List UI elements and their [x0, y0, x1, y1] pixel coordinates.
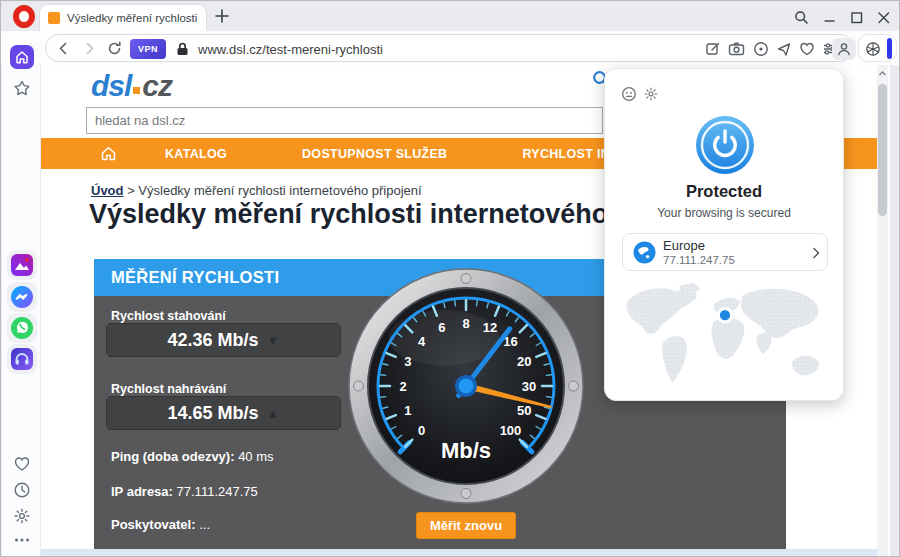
more-options-icon[interactable] [14, 537, 30, 543]
url-text[interactable]: www.dsl.cz/test-mereni-rychlosti [198, 42, 383, 57]
feedback-smiley-icon[interactable] [621, 86, 637, 102]
search-tabs-icon[interactable] [794, 10, 809, 25]
messenger-app-button[interactable] [7, 282, 37, 312]
svg-text:4: 4 [418, 334, 426, 349]
vpn-status-text: Protected [605, 182, 843, 201]
new-tab-button[interactable] [213, 7, 231, 25]
vpn-location-ip: 77.111.247.75 [663, 254, 735, 266]
svg-text:30: 30 [522, 379, 536, 394]
svg-text:100: 100 [500, 423, 522, 438]
vpn-power-button[interactable] [695, 115, 755, 175]
site-search-input[interactable] [86, 107, 603, 134]
minimize-button[interactable] [822, 10, 837, 25]
world-map [614, 279, 836, 395]
nav-item-katalog[interactable]: KATALOG [165, 147, 227, 161]
chevron-right-icon [811, 247, 821, 259]
vpn-location-name: Europe [663, 238, 705, 253]
svg-text:3: 3 [404, 354, 411, 369]
liked-pages-heart-icon[interactable] [13, 455, 31, 473]
svg-text:12: 12 [483, 320, 497, 335]
pinboard-star-icon[interactable] [12, 79, 32, 99]
svg-text:50: 50 [517, 403, 531, 418]
nav-item-dostupnost[interactable]: DOSTUPNOST SLUŽEB [302, 147, 447, 161]
bookmark-heart-icon[interactable] [799, 41, 815, 57]
breadcrumb: Úvod > Výsledky měření rychlosti interne… [91, 183, 422, 198]
speed-gauge: 01234681216203050100 Mb/s [346, 266, 586, 506]
breadcrumb-home-link[interactable]: Úvod [91, 183, 124, 198]
upload-value-box[interactable]: 14.65 Mb/s▲ [106, 396, 341, 430]
vpn-location-selector[interactable]: Europe 77.111.247.75 [622, 233, 828, 271]
browser-tab[interactable]: Výsledky měření rychlosti [39, 4, 207, 31]
instagram-app-button[interactable] [7, 250, 37, 280]
svg-text:0: 0 [418, 423, 425, 438]
ip-line: IP adresa: 77.111.247.75 [111, 484, 258, 499]
svg-text:20: 20 [517, 354, 531, 369]
scrollbar-thumb[interactable] [878, 84, 887, 216]
vpn-location-marker [718, 308, 731, 321]
toolbar: VPN www.dsl.cz/test-mereni-rychlosti [1, 31, 899, 65]
address-bar[interactable]: VPN www.dsl.cz/test-mereni-rychlosti [45, 34, 854, 62]
close-button[interactable] [876, 10, 891, 25]
gauge-unit-label: Mb/s [441, 438, 491, 463]
history-clock-icon[interactable] [13, 481, 31, 499]
measure-again-button[interactable]: Měřit znovu [416, 512, 516, 539]
page-bottom-strip [41, 549, 878, 557]
tracker-shield-icon[interactable] [753, 41, 769, 57]
logo-dot [133, 87, 140, 94]
download-arrow-icon: ▼ [267, 333, 280, 348]
upload-label: Rychlost nahrávání [111, 382, 226, 396]
svg-text:8: 8 [462, 316, 469, 331]
camera-icon[interactable] [728, 41, 745, 57]
snapshot-edit-icon[interactable] [705, 41, 721, 57]
svg-text:6: 6 [438, 320, 445, 335]
europe-globe-icon [633, 241, 656, 264]
vpn-popup: Protected Your browsing is secured Europ… [604, 68, 844, 401]
reload-icon[interactable] [106, 40, 123, 57]
sidebar [2, 65, 41, 556]
send-to-device-icon[interactable] [776, 41, 792, 57]
player-app-button[interactable] [7, 344, 37, 374]
vpn-badge[interactable]: VPN [130, 39, 166, 59]
site-logo[interactable]: dslcz [91, 69, 172, 103]
provider-line: Poskytovatel: ... [111, 517, 210, 532]
back-icon[interactable] [56, 41, 71, 56]
tab-favicon [48, 12, 60, 24]
breadcrumb-current: Výsledky měření rychlosti internetového … [138, 183, 421, 198]
sidebar-handle[interactable] [887, 38, 892, 59]
start-page-button[interactable] [10, 45, 34, 69]
profile-button[interactable] [832, 38, 856, 60]
lock-icon[interactable] [176, 42, 189, 56]
browser-window: Výsledky měření rychlosti [0, 0, 900, 557]
upload-arrow-icon: ▲ [267, 406, 280, 421]
tab-title: Výsledky měření rychlosti [67, 12, 197, 24]
whatsapp-app-button[interactable] [7, 313, 37, 343]
extensions-cube-icon[interactable] [865, 41, 881, 57]
opera-menu-icon[interactable] [13, 5, 35, 28]
ping-line: Ping (doba odezvy): 40 ms [111, 449, 274, 464]
extensions-group [858, 34, 897, 62]
vpn-settings-gear-icon[interactable] [643, 86, 659, 102]
forward-icon[interactable] [82, 41, 97, 56]
svg-text:2: 2 [399, 379, 406, 394]
vpn-subtitle-text: Your browsing is secured [605, 206, 843, 220]
svg-text:1: 1 [404, 403, 411, 418]
download-value-box[interactable]: 42.36 Mb/s▼ [106, 323, 341, 357]
maximize-button[interactable] [849, 10, 864, 25]
nav-home-icon[interactable] [100, 145, 117, 162]
download-label: Rychlost stahování [111, 309, 226, 323]
settings-gear-icon[interactable] [13, 507, 31, 525]
scrollbar[interactable] [877, 65, 888, 557]
tab-bar: Výsledky měření rychlosti [1, 1, 899, 31]
scroll-up-icon[interactable] [878, 69, 887, 78]
